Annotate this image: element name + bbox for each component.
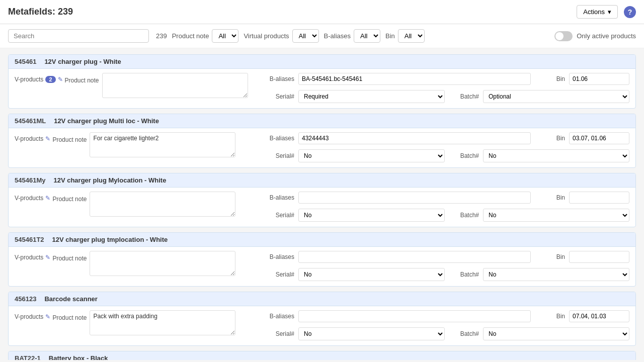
aliases-bin-row: B-aliases Bin — [264, 132, 629, 144]
product-section: BAT22-1Battery box - Black V-products ✎ … — [8, 351, 636, 360]
right-fields: B-aliases Bin Serial# NoRequiredOptional… — [264, 192, 629, 222]
product-header: BAT22-1Battery box - Black — [9, 351, 635, 360]
right-fields: B-aliases Bin Serial# NoRequiredOptional… — [264, 73, 629, 103]
product-name: 12V charger plug - White — [44, 58, 121, 65]
bin-input[interactable] — [569, 132, 629, 144]
actions-chevron-icon: ▾ — [608, 8, 611, 16]
product-row: V-products ✎ Product note B-aliases Bin … — [15, 192, 629, 222]
vproducts-label: V-products — [15, 135, 43, 142]
b-aliases-field-label: B-aliases — [264, 194, 294, 201]
product-section: 545461My12V charger plug Mylocation - Wh… — [8, 173, 636, 227]
actions-button[interactable]: Actions ▾ — [577, 5, 618, 19]
batch-select[interactable]: NoRequiredOptional — [483, 149, 629, 162]
bin-input[interactable] — [569, 192, 629, 204]
edit-icon[interactable]: ✎ — [45, 254, 50, 261]
product-note-label: Product note — [52, 253, 87, 262]
product-row: V-products ✎ Product note B-aliases Bin … — [15, 251, 629, 281]
product-header: 545461T212V charger plug tmplocation - W… — [9, 233, 635, 247]
bin-filter: Bin All — [385, 29, 425, 43]
serial-field-label: Serial# — [264, 271, 294, 278]
serial-field-label: Serial# — [264, 152, 294, 159]
serial-select[interactable]: NoRequiredOptional — [298, 268, 445, 281]
b-aliases-input[interactable] — [298, 192, 531, 204]
serial-select[interactable]: NoRequiredOptional — [298, 90, 445, 103]
serial-batch-row: Serial# NoRequiredOptional Batch# NoRequ… — [264, 209, 629, 222]
product-header: 54546112V charger plug - White — [9, 55, 635, 69]
bin-input[interactable] — [569, 310, 629, 322]
product-id: 456123 — [15, 295, 36, 303]
serial-select[interactable]: NoRequiredOptional — [298, 209, 445, 222]
product-section: 545461T212V charger plug tmplocation - W… — [8, 232, 636, 287]
b-aliases-select[interactable]: All — [354, 29, 380, 43]
product-name: Barcode scanner — [44, 295, 98, 303]
help-icon[interactable]: ? — [624, 6, 636, 18]
vproducts-col: V-products 2 ✎ Product note — [15, 73, 99, 84]
bin-select[interactable]: All — [398, 29, 425, 43]
b-aliases-input[interactable] — [298, 310, 531, 322]
b-aliases-input[interactable] — [298, 73, 531, 85]
product-id: 545461My — [15, 176, 45, 184]
batch-select[interactable]: NoRequiredOptional — [483, 209, 629, 222]
top-right-area: Actions ▾ ? — [577, 5, 636, 19]
b-aliases-input[interactable] — [298, 251, 531, 263]
product-note-textarea[interactable] — [90, 192, 235, 217]
product-note-textarea[interactable]: For car cigarette lighter2 — [90, 132, 235, 157]
search-input[interactable] — [8, 29, 149, 43]
right-fields: B-aliases Bin Serial# NoRequiredOptional… — [264, 310, 629, 340]
edit-icon[interactable]: ✎ — [45, 195, 50, 202]
batch-select[interactable]: NoRequiredOptional — [483, 327, 629, 340]
bin-field-label: Bin — [535, 194, 565, 201]
serial-field-label: Serial# — [264, 330, 294, 337]
edit-icon[interactable]: ✎ — [45, 313, 50, 320]
batch-select[interactable]: NoRequiredOptional — [483, 90, 629, 103]
batch-field-label: Batch# — [449, 93, 479, 100]
vproducts-badge: 2 — [45, 76, 55, 83]
bin-input[interactable] — [569, 73, 629, 85]
vproducts-label: V-products — [15, 195, 43, 202]
batch-select[interactable]: NoRequiredOptional — [483, 268, 629, 281]
serial-batch-row: Serial# NoRequiredOptional Batch# NoRequ… — [264, 327, 629, 340]
product-header: 545461ML12V charger plug Multi loc - Whi… — [9, 114, 635, 128]
right-fields: B-aliases Bin Serial# NoRequiredOptional… — [264, 251, 629, 281]
product-note-textarea[interactable] — [102, 73, 248, 98]
aliases-bin-row: B-aliases Bin — [264, 192, 629, 204]
product-note-select[interactable]: All — [212, 29, 238, 43]
product-note-textarea[interactable] — [90, 251, 235, 276]
count-badge: 239 — [156, 32, 167, 40]
product-note-textarea[interactable]: Pack with extra padding — [90, 310, 235, 335]
batch-field-label: Batch# — [449, 330, 479, 337]
edit-icon[interactable]: ✎ — [45, 135, 50, 142]
bin-input[interactable] — [569, 251, 629, 263]
b-aliases-field-label: B-aliases — [264, 313, 294, 320]
bin-field-label: Bin — [535, 253, 565, 260]
product-row: V-products ✎ Product note For car cigare… — [15, 132, 629, 162]
product-section: 545461ML12V charger plug Multi loc - Whi… — [8, 114, 636, 168]
product-note-label: Product note — [172, 32, 209, 40]
vproducts-label: V-products — [15, 313, 43, 320]
bin-label: Bin — [385, 32, 395, 40]
product-body: V-products ✎ Product note Pack with extr… — [9, 306, 635, 345]
serial-batch-row: Serial# NoRequiredOptional Batch# NoRequ… — [264, 268, 629, 281]
b-aliases-label: B-aliases — [324, 32, 351, 40]
serial-field-label: Serial# — [264, 93, 294, 100]
product-body: V-products ✎ Product note For car cigare… — [9, 128, 635, 167]
product-note-label: Product note — [52, 134, 87, 143]
active-products-toggle-wrapper: Only active products — [554, 31, 636, 41]
serial-select[interactable]: NoRequiredOptional — [298, 149, 445, 162]
right-fields: B-aliases Bin Serial# NoRequiredOptional… — [264, 132, 629, 162]
product-header: 545461My12V charger plug Mylocation - Wh… — [9, 173, 635, 188]
aliases-bin-row: B-aliases Bin — [264, 310, 629, 322]
active-products-toggle[interactable] — [554, 31, 573, 41]
b-aliases-field-label: B-aliases — [264, 75, 294, 82]
virtual-products-select[interactable]: All — [292, 29, 319, 43]
product-name: 12V charger plug tmplocation - White — [52, 236, 168, 243]
serial-select[interactable]: NoRequiredOptional — [298, 327, 445, 340]
virtual-products-label: Virtual products — [244, 32, 289, 40]
aliases-bin-row: B-aliases Bin — [264, 251, 629, 263]
edit-icon[interactable]: ✎ — [58, 76, 63, 83]
vproducts-col: V-products ✎ Product note — [15, 132, 87, 143]
product-note-label: Product note — [65, 75, 99, 84]
product-name: 12V charger plug Mylocation - White — [53, 176, 166, 184]
product-body: V-products ✎ Product note B-aliases Bin … — [9, 188, 635, 227]
b-aliases-input[interactable] — [298, 132, 531, 144]
